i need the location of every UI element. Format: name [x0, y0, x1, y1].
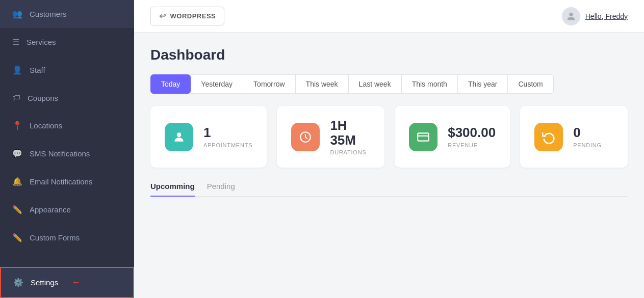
sidebar-label-custom-forms: Custom Forms [30, 233, 80, 242]
sidebar-label-services: Services [27, 38, 56, 46]
content-area: Dashboard Today Yesterday Tomorrow This … [134, 33, 644, 298]
user-area[interactable]: Hello, Freddy [562, 7, 628, 25]
duration-label: DURATIONS [330, 149, 366, 155]
sms-icon: 💬 [12, 149, 22, 158]
sidebar-item-appearance[interactable]: ✏️ Appearance [0, 196, 134, 224]
wordpress-button[interactable]: ↩ WORDPRESS [150, 7, 224, 25]
sidebar-label-settings: Settings [31, 278, 58, 287]
period-tabs: Today Yesterday Tomorrow This week Last … [150, 74, 628, 94]
sidebar-item-settings[interactable]: ⚙️ Settings ← [0, 267, 134, 298]
services-icon: ☰ [12, 37, 19, 47]
staff-icon: 👤 [12, 65, 22, 75]
stat-card-revenue: $300.00 REVENUE [395, 106, 510, 168]
sidebar-item-sms-notifications[interactable]: 💬 SMS Notifications [0, 140, 134, 168]
section-tab-upcoming[interactable]: Upcomming [150, 182, 195, 197]
tab-yesterday[interactable]: Yesterday [190, 74, 243, 94]
tab-today[interactable]: Today [150, 74, 191, 94]
pending-info: 0 PENDING [573, 125, 602, 148]
tab-this-week[interactable]: This week [295, 74, 349, 94]
appointments-info: 1 APPOINTMENTS [203, 125, 252, 148]
wordpress-label: WORDPRESS [170, 12, 216, 20]
section-tab-pending[interactable]: Pending [207, 182, 235, 197]
sidebar-item-coupons[interactable]: 🏷 Coupons [0, 84, 134, 112]
stat-card-pending: 0 PENDING [520, 106, 628, 168]
tab-custom[interactable]: Custom [507, 74, 553, 94]
appearance-icon: ✏️ [12, 205, 22, 214]
coupons-icon: 🏷 [12, 93, 20, 102]
sidebar-label-staff: Staff [30, 66, 45, 74]
sidebar-label-email: Email Notifications [30, 177, 92, 186]
customers-icon: 👥 [12, 9, 22, 19]
pending-value: 0 [573, 125, 602, 140]
duration-icon [291, 123, 320, 151]
back-icon: ↩ [159, 11, 166, 21]
revenue-label: REVENUE [448, 142, 496, 148]
custom-forms-icon: ✏️ [12, 233, 22, 242]
sidebar-label-sms: SMS Notifications [30, 149, 90, 158]
svg-point-0 [569, 12, 573, 16]
sidebar-item-locations[interactable]: 📍 Locations [0, 112, 134, 140]
sidebar-item-customers[interactable]: 👥 Customers [0, 0, 134, 28]
tab-this-month[interactable]: This month [401, 74, 458, 94]
sidebar-label-customers: Customers [30, 10, 67, 18]
email-notif-icon: 🔔 [12, 177, 22, 186]
sidebar-item-custom-forms[interactable]: ✏️ Custom Forms [0, 224, 134, 252]
sidebar-label-coupons: Coupons [28, 94, 58, 102]
stats-row: 1 APPOINTMENTS 1H 35M DURATIONS $300.0 [150, 106, 628, 168]
header: ↩ WORDPRESS Hello, Freddy [134, 0, 644, 33]
duration-info: 1H 35M DURATIONS [330, 118, 366, 155]
duration-value: 1H 35M [330, 118, 366, 147]
sidebar-label-appearance: Appearance [30, 205, 71, 214]
tab-tomorrow[interactable]: Tomorrow [243, 74, 295, 94]
revenue-icon [409, 123, 437, 151]
main-area: ↩ WORDPRESS Hello, Freddy Dashboard Toda… [134, 0, 644, 298]
appointments-value: 1 [203, 125, 252, 140]
sidebar-label-locations: Locations [30, 121, 62, 130]
page-title: Dashboard [150, 47, 628, 63]
tab-this-year[interactable]: This year [457, 74, 508, 94]
pending-label: PENDING [573, 142, 602, 148]
section-tabs: Upcomming Pending [150, 182, 628, 197]
appointments-icon [165, 123, 193, 151]
revenue-info: $300.00 REVENUE [448, 125, 496, 148]
sidebar: 👥 Customers ☰ Services 👤 Staff 🏷 Coupons… [0, 0, 134, 298]
sidebar-item-services[interactable]: ☰ Services [0, 28, 134, 56]
sidebar-item-email-notifications[interactable]: 🔔 Email Notifications [0, 168, 134, 196]
svg-point-1 [177, 132, 182, 137]
locations-icon: 📍 [12, 121, 22, 130]
tab-last-week[interactable]: Last week [348, 74, 402, 94]
sidebar-item-staff[interactable]: 👤 Staff [0, 56, 134, 84]
stat-card-duration: 1H 35M DURATIONS [277, 106, 384, 168]
stat-card-appointments: 1 APPOINTMENTS [150, 106, 267, 168]
avatar [562, 7, 580, 25]
settings-icon: ⚙️ [13, 278, 23, 287]
user-greeting: Hello, Freddy [585, 12, 628, 20]
settings-arrow: ← [71, 277, 81, 288]
svg-rect-3 [418, 133, 429, 141]
pending-icon [534, 123, 563, 151]
appointments-label: APPOINTMENTS [203, 142, 252, 148]
revenue-value: $300.00 [448, 125, 496, 140]
